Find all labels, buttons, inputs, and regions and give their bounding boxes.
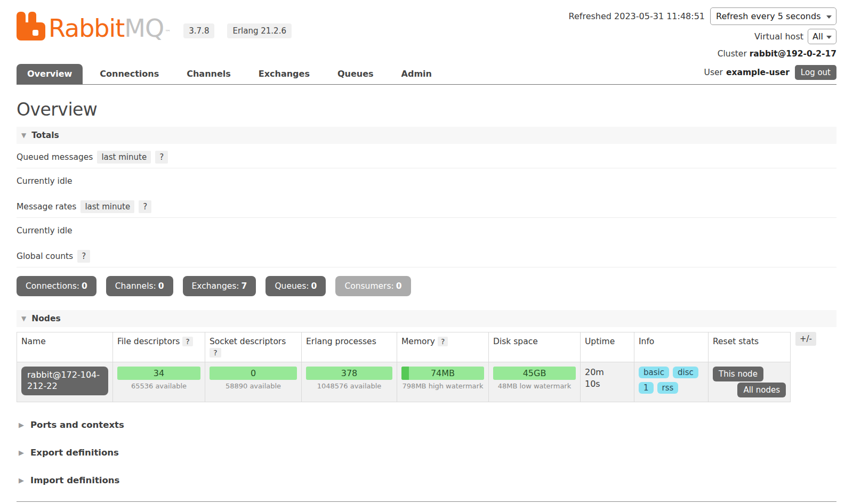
totals-section-label: Totals [31,131,59,140]
refresh-interval-select[interactable]: Refresh every 5 seconds [710,7,836,25]
memory-bar: 74MB [401,367,484,380]
node-name-badge[interactable]: rabbit@172-104-212-22 [21,367,108,395]
export-definitions-section-header[interactable]: ▶ Export definitions [17,448,836,458]
col-label: Uptime [585,337,615,346]
ports-and-contexts-section-header[interactable]: ▶ Ports and contexts [17,420,836,430]
logout-button[interactable]: Log out [795,65,836,80]
bar-subtext: 48MB low watermark [493,382,576,390]
tab-bar: Overview Connections Channels Exchanges … [17,64,836,85]
nodes-table-wrap: Name File descriptors ? Socket descripto… [17,332,836,402]
bar-subtext: 798MB high watermark [401,382,484,390]
virtual-host-select-wrap: All [808,29,836,44]
col-reset-stats: Reset stats [709,332,791,362]
col-uptime: Uptime [581,332,634,362]
queued-messages-status: Currently idle [17,168,836,193]
tab-overview[interactable]: Overview [17,64,83,84]
cluster-name: rabbit@192-0-2-17 [750,49,836,59]
col-memory: Memory ? [397,332,489,362]
bar-value: 0 [251,368,256,378]
bar-value: 34 [154,368,164,378]
help-icon[interactable]: ? [438,337,448,346]
reset-this-node-button[interactable]: This node [713,367,763,381]
help-icon[interactable]: ? [182,337,192,346]
expand-arrow-icon: ▶ [19,476,24,484]
info-cell: basic disc 1 rss [634,362,709,402]
user-label: User [704,68,723,77]
rabbitmq-logo-icon [17,12,45,40]
counter-label: Channels: [115,281,156,291]
totals-section: ▼ Totals Queued messages last minute ? C… [17,127,836,296]
bar-value: 378 [341,368,358,378]
help-icon[interactable]: ? [139,200,151,213]
bar-value: 45GB [523,368,546,378]
refresh-row: Refreshed 2023-05-31 11:48:51 Refresh ev… [569,7,836,25]
erlang-version-badge: Erlang 21.2.6 [227,23,292,38]
global-counts-header: Global counts ? [17,245,836,267]
uptime-cell: 20m 10s [581,362,634,402]
bar-value: 74MB [431,368,455,378]
file-descriptors-cell: 34 65536 available [113,362,205,402]
expand-arrow-icon: ▶ [19,421,24,429]
node-name-cell: rabbit@172-104-212-22 [17,362,113,402]
uptime-value: 20m 10s [585,367,609,389]
tab-connections[interactable]: Connections [89,64,170,84]
main-tabs: Overview Connections Channels Exchanges … [17,64,449,84]
info-badges: basic disc 1 rss [639,367,704,397]
counter-value: 0 [158,281,164,291]
rabbitmq-logo[interactable]: RabbitMQ™ 3.7.8 Erlang 21.2.6 [17,7,292,40]
tab-channels[interactable]: Channels [176,64,242,84]
help-icon[interactable]: ? [210,348,221,357]
refresh-interval-select-wrap: Refresh every 5 seconds [710,7,836,25]
cluster-label: Cluster [718,49,747,59]
footer: HTTP API Server Docs Tutorials Community… [17,501,836,504]
expand-arrow-icon: ▶ [19,449,24,457]
queued-messages-header: Queued messages last minute ? [17,146,836,168]
col-disk-space: Disk space [489,332,581,362]
col-info: Info [634,332,709,362]
channels-counter: Channels:0 [106,276,173,296]
section-label: Export definitions [30,448,119,458]
tab-admin[interactable]: Admin [391,64,442,84]
import-definitions-section-header[interactable]: ▶ Import definitions [17,475,836,485]
counter-value: 7 [242,281,247,291]
socket-descriptors-bar: 0 [210,367,297,380]
col-label: Info [639,337,654,346]
counter-value: 0 [396,281,402,291]
info-tag-disc: disc [673,367,698,378]
help-icon[interactable]: ? [77,250,90,263]
user-name: example-user [726,68,790,77]
tab-queues[interactable]: Queues [327,64,384,84]
virtual-host-select[interactable]: All [808,29,836,44]
trademark-symbol: ™ [165,25,171,40]
message-rates-label: Message rates [17,202,76,212]
queues-counter: Queues:0 [265,276,326,296]
reset-stats-cell: This node All nodes [709,362,791,402]
bar-fill [401,367,409,380]
nodes-section: ▼ Nodes Name File descriptors ? Socket d… [17,310,836,402]
col-socket-descriptors: Socket descriptors? [205,332,302,362]
disk-space-cell: 45GB 48MB low watermark [489,362,581,402]
section-label: Import definitions [30,475,119,485]
queued-period-badge[interactable]: last minute [97,151,151,164]
help-icon[interactable]: ? [155,151,168,164]
column-selector-badge[interactable]: +/- [795,332,816,346]
exchanges-counter: Exchanges:7 [183,276,256,296]
totals-section-header[interactable]: ▼ Totals [17,127,836,144]
tab-exchanges[interactable]: Exchanges [248,64,320,84]
message-rates-header: Message rates last minute ? [17,196,836,218]
reset-this-node-wrap: This node [713,367,786,381]
nodes-section-header[interactable]: ▼ Nodes [17,310,836,327]
header: RabbitMQ™ 3.7.8 Erlang 21.2.6 Refreshed … [17,7,836,59]
info-tag-basic: basic [639,367,669,378]
queued-messages-label: Queued messages [17,152,93,162]
counter-label: Consumers: [344,281,393,291]
node-row: rabbit@172-104-212-22 34 65536 available [17,362,791,402]
col-label: Socket descriptors [210,337,286,346]
col-label: File descriptors [117,337,180,346]
reset-all-nodes-button[interactable]: All nodes [737,383,786,397]
counter-value: 0 [82,281,87,291]
rates-period-badge[interactable]: last minute [81,200,134,213]
bar-subtext: 1048576 available [306,382,392,390]
erlang-processes-cell: 378 1048576 available [302,362,397,402]
col-label: Reset stats [713,337,759,346]
